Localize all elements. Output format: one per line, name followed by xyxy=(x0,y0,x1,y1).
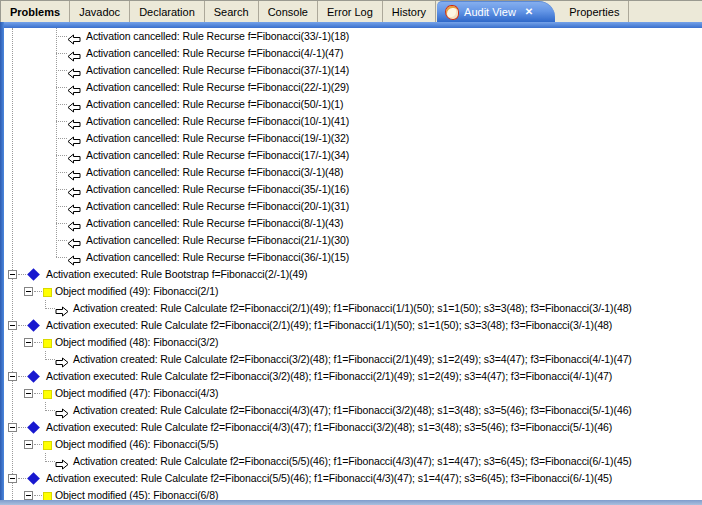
tree-row-label: Activation executed: Rule Calculate f2=F… xyxy=(46,368,612,385)
minus-glyph xyxy=(26,393,31,394)
tab-label: Properties xyxy=(569,6,619,18)
collapse-toggle[interactable] xyxy=(24,338,33,347)
tree-row-label: Activation executed: Rule Bootstrap f=Fi… xyxy=(46,266,307,283)
tree-row-cancelled[interactable]: Activation cancelled: Rule Recurse f=Fib… xyxy=(0,164,702,181)
tab-label: Javadoc xyxy=(79,6,120,18)
minus-glyph xyxy=(26,291,31,292)
collapse-toggle[interactable] xyxy=(24,389,33,398)
tab-label: Console xyxy=(268,6,308,18)
tree-row-executed[interactable]: Activation executed: Rule Calculate f2=F… xyxy=(0,368,702,385)
tree-row-cancelled[interactable]: Activation cancelled: Rule Recurse f=Fib… xyxy=(0,79,702,96)
tree-row-label: Object modified (47): Fibonacci(4/3) xyxy=(55,385,218,402)
tree-connector xyxy=(56,87,67,88)
tree-row-executed[interactable]: Activation executed: Rule Calculate f2=F… xyxy=(0,317,702,334)
tree-row-label: Activation cancelled: Rule Recurse f=Fib… xyxy=(86,62,349,79)
tab-history[interactable]: History xyxy=(383,1,436,22)
tree-row-label: Activation created: Rule Calculate f2=Fi… xyxy=(73,300,632,317)
tree-row-label: Activation executed: Rule Calculate f2=F… xyxy=(46,470,612,487)
tree-row-created[interactable]: Activation created: Rule Calculate f2=Fi… xyxy=(0,453,702,470)
tree-row-label: Object modified (49): Fibonacci(2/1) xyxy=(55,283,218,300)
tree-connector xyxy=(56,206,67,207)
tree-connector xyxy=(45,351,55,360)
tree-row-modified[interactable]: Object modified (45): Fibonacci(6/8) xyxy=(0,487,702,500)
tab-declaration[interactable]: Declaration xyxy=(130,1,205,22)
tree-row-executed[interactable]: Activation executed: Rule Calculate f2=F… xyxy=(0,419,702,436)
tree-connector xyxy=(56,104,67,105)
tab-label: Problems xyxy=(10,6,60,18)
tree-row-cancelled[interactable]: Activation cancelled: Rule Recurse f=Fib… xyxy=(0,130,702,147)
tree-row-created[interactable]: Activation created: Rule Calculate f2=Fi… xyxy=(0,402,702,419)
tree-row-label: Activation cancelled: Rule Recurse f=Fib… xyxy=(86,28,349,45)
tab-javadoc[interactable]: Javadoc xyxy=(70,1,130,22)
tree-row-label: Activation cancelled: Rule Recurse f=Fib… xyxy=(86,79,349,96)
tree-row-modified[interactable]: Object modified (46): Fibonacci(5/5) xyxy=(0,436,702,453)
tree-connector xyxy=(18,427,26,428)
tab-search[interactable]: Search xyxy=(205,1,259,22)
tree-connector xyxy=(56,138,67,139)
tree-row-label: Activation cancelled: Rule Recurse f=Fib… xyxy=(86,113,349,130)
tree-row-created[interactable]: Activation created: Rule Calculate f2=Fi… xyxy=(0,300,702,317)
tab-properties[interactable]: Properties xyxy=(555,1,629,22)
focus-border-left xyxy=(0,22,4,505)
tree-connector xyxy=(34,393,42,394)
tree-row-created[interactable]: Activation created: Rule Calculate f2=Fi… xyxy=(0,351,702,368)
minus-glyph xyxy=(10,274,15,275)
tree-row-label: Activation cancelled: Rule Recurse f=Fib… xyxy=(86,181,349,198)
square-icon xyxy=(43,339,52,348)
tree-row-cancelled[interactable]: Activation cancelled: Rule Recurse f=Fib… xyxy=(0,215,702,232)
tree-row-modified[interactable]: Object modified (47): Fibonacci(4/3) xyxy=(0,385,702,402)
tree-row-cancelled[interactable]: Activation cancelled: Rule Recurse f=Fib… xyxy=(0,232,702,249)
minus-glyph xyxy=(26,495,31,496)
tree-row-cancelled[interactable]: Activation cancelled: Rule Recurse f=Fib… xyxy=(0,96,702,113)
tree-connector xyxy=(34,291,42,292)
diamond-icon xyxy=(27,319,40,332)
tree-connector xyxy=(56,53,67,54)
tree-connector xyxy=(56,172,67,173)
tab-error-log[interactable]: Error Log xyxy=(318,1,383,22)
tab-problems[interactable]: Problems xyxy=(1,1,70,22)
tree-row-executed[interactable]: Activation executed: Rule Bootstrap f=Fi… xyxy=(0,266,702,283)
tree-row-cancelled[interactable]: Activation cancelled: Rule Recurse f=Fib… xyxy=(0,147,702,164)
audit-tree[interactable]: Activation cancelled: Rule Recurse f=Fib… xyxy=(0,28,702,500)
tree-row-cancelled[interactable]: Activation cancelled: Rule Recurse f=Fib… xyxy=(0,28,702,45)
tree-row-label: Activation cancelled: Rule Recurse f=Fib… xyxy=(86,198,349,215)
tree-connector xyxy=(34,495,42,496)
tree-row-label: Activation created: Rule Calculate f2=Fi… xyxy=(73,402,632,419)
tree-connector xyxy=(56,257,67,258)
tree-row-cancelled[interactable]: Activation cancelled: Rule Recurse f=Fib… xyxy=(0,113,702,130)
tree-row-cancelled[interactable]: Activation cancelled: Rule Recurse f=Fib… xyxy=(0,198,702,215)
tree-row-cancelled[interactable]: Activation cancelled: Rule Recurse f=Fib… xyxy=(0,181,702,198)
tree-row-cancelled[interactable]: Activation cancelled: Rule Recurse f=Fib… xyxy=(0,249,702,266)
tree-row-label: Activation created: Rule Calculate f2=Fi… xyxy=(73,453,632,470)
tree-row-modified[interactable]: Object modified (48): Fibonacci(3/2) xyxy=(0,334,702,351)
collapse-toggle[interactable] xyxy=(8,270,17,279)
collapse-toggle[interactable] xyxy=(8,474,17,483)
tree-row-executed[interactable]: Activation executed: Rule Calculate f2=F… xyxy=(0,470,702,487)
minus-glyph xyxy=(26,342,31,343)
tab-label: Search xyxy=(214,6,249,18)
tree-connector xyxy=(56,240,67,241)
close-icon[interactable]: ✕ xyxy=(525,7,533,17)
tree-row-label: Object modified (46): Fibonacci(5/5) xyxy=(55,436,218,453)
tree-connector xyxy=(56,155,67,156)
collapse-toggle[interactable] xyxy=(8,423,17,432)
collapse-toggle[interactable] xyxy=(8,372,17,381)
tab-console[interactable]: Console xyxy=(259,1,318,22)
tree-row-cancelled[interactable]: Activation cancelled: Rule Recurse f=Fib… xyxy=(0,62,702,79)
tree-row-modified[interactable]: Object modified (49): Fibonacci(2/1) xyxy=(0,283,702,300)
tree-connector xyxy=(56,189,67,190)
tree-connector xyxy=(56,36,67,37)
tree-row-label: Activation cancelled: Rule Recurse f=Fib… xyxy=(86,130,349,147)
focus-border-bottom xyxy=(0,500,702,505)
tree-connector xyxy=(56,121,67,122)
collapse-toggle[interactable] xyxy=(24,287,33,296)
tab-audit-view[interactable]: Audit View✕ xyxy=(437,1,555,22)
tree-row-cancelled[interactable]: Activation cancelled: Rule Recurse f=Fib… xyxy=(0,45,702,62)
collapse-toggle[interactable] xyxy=(24,491,33,500)
square-icon xyxy=(43,288,52,297)
collapse-toggle[interactable] xyxy=(8,321,17,330)
collapse-toggle[interactable] xyxy=(24,440,33,449)
tree-row-label: Activation executed: Rule Calculate f2=F… xyxy=(46,419,612,436)
tree-row-label: Activation cancelled: Rule Recurse f=Fib… xyxy=(86,232,349,249)
diamond-icon xyxy=(27,472,40,485)
